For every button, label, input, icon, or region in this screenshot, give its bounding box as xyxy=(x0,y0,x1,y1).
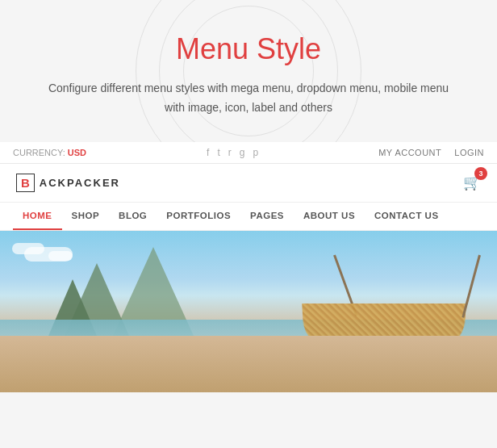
google-plus-icon[interactable]: g xyxy=(240,147,245,158)
logo-letter: B xyxy=(21,176,30,190)
logo[interactable]: B ACKPACKER xyxy=(16,174,120,192)
page-title: Menu Style xyxy=(16,32,481,66)
social-links: f t r g p xyxy=(207,147,258,158)
nav-item-blog[interactable]: BLOG xyxy=(109,203,157,230)
pinterest-icon[interactable]: p xyxy=(253,147,258,158)
cart-badge: 3 xyxy=(474,167,487,180)
page-description: Configure different menu styles with meg… xyxy=(47,79,450,118)
currency-label: CURRENCY: xyxy=(13,148,65,157)
nav-item-pages[interactable]: PAGES xyxy=(240,203,294,230)
hero-image xyxy=(0,231,497,392)
twitter-icon[interactable]: t xyxy=(217,147,219,158)
login-link[interactable]: LOGIN xyxy=(454,148,484,157)
my-account-link[interactable]: MY ACCOUNT xyxy=(378,148,441,157)
hammock-rope xyxy=(461,254,481,317)
top-bar: CURRENCY: USD f t r g p MY ACCOUNT LOGIN xyxy=(0,142,497,164)
nav-item-about-us[interactable]: ABOUT US xyxy=(294,203,365,230)
nav-item-portfolios[interactable]: PORTFOLIOS xyxy=(157,203,240,230)
nav-item-shop[interactable]: SHOP xyxy=(62,203,110,230)
top-bar-links: MY ACCOUNT LOGIN xyxy=(378,148,484,157)
sand-decoration xyxy=(0,336,497,392)
rss-icon[interactable]: r xyxy=(228,147,232,158)
hero-section: Menu Style Configure different menu styl… xyxy=(0,0,497,142)
currency-value: USD xyxy=(68,148,86,157)
logo-box: B xyxy=(16,174,35,192)
nav-menu: HOMESHOPBLOGPORTFOLIOSPAGESABOUT USCONTA… xyxy=(0,203,497,231)
currency-info: CURRENCY: USD xyxy=(13,148,86,157)
logo-text: ACKPACKER xyxy=(40,177,120,189)
nav-item-home[interactable]: HOME xyxy=(13,203,62,230)
navbar: B ACKPACKER 3 🛒 xyxy=(0,164,497,203)
nav-item-contact-us[interactable]: CONTACT US xyxy=(365,203,449,230)
decorative-circle xyxy=(136,0,361,142)
facebook-icon[interactable]: f xyxy=(207,147,209,158)
cart-button[interactable]: 3 🛒 xyxy=(463,174,481,191)
